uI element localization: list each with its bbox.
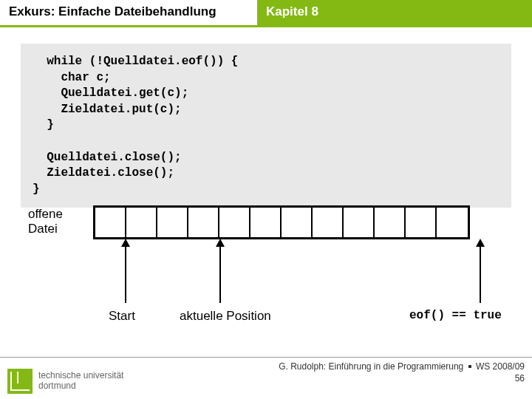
header-title-left: Exkurs: Einfache Dateibehandlung	[0, 0, 256, 25]
file-cell	[282, 208, 313, 237]
arrow-current	[219, 245, 221, 303]
file-cell	[126, 208, 157, 237]
arrow-start	[125, 245, 126, 303]
logo-line1: technische universität	[38, 370, 123, 381]
footer-text: G. Rudolph: Einführung in die Programmie…	[279, 361, 525, 384]
footer-author-course: G. Rudolph: Einführung in die Programmie…	[279, 361, 463, 372]
caption-eof: eof() == true	[409, 309, 502, 322]
caption-start: Start	[109, 309, 135, 324]
file-cell	[313, 208, 344, 237]
header-title-right: Kapitel 8	[257, 0, 532, 25]
footer-semester: WS 2008/09	[476, 361, 525, 372]
file-cell	[406, 208, 437, 237]
file-cell	[157, 208, 188, 237]
file-cell	[375, 208, 406, 237]
bullet-icon	[468, 365, 471, 368]
code-snippet: while (!Quelldatei.eof()) { char c; Quel…	[21, 44, 511, 208]
slide-header: Exkurs: Einfache Dateibehandlung Kapitel…	[0, 0, 532, 25]
file-cell	[95, 208, 126, 237]
diagram-label-line2: Datei	[28, 222, 58, 236]
file-cell	[437, 208, 468, 237]
file-cell	[344, 208, 375, 237]
caption-current: aktuelle Position	[180, 309, 271, 324]
diagram-label-line1: offene	[28, 207, 63, 221]
arrow-eof	[480, 245, 481, 303]
tu-logo-icon	[7, 369, 33, 394]
file-cells	[93, 205, 470, 239]
file-cell	[188, 208, 219, 237]
logo-text: technische universität dortmund	[38, 371, 123, 392]
header-accent-bar	[0, 25, 532, 27]
logo-line2: dortmund	[38, 381, 76, 391]
university-logo: technische universität dortmund	[7, 369, 123, 394]
footer-page: 56	[515, 373, 525, 383]
file-cell	[250, 208, 282, 237]
file-cell	[219, 208, 250, 237]
diagram-label: offene Datei	[28, 207, 63, 237]
footer-divider	[0, 357, 532, 358]
